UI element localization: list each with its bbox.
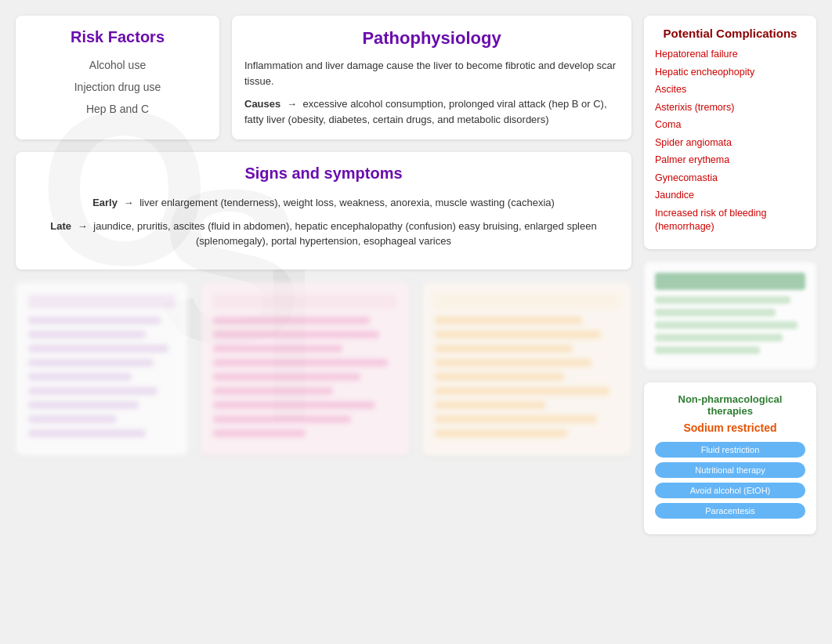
top-row: Risk Factors Alcohol use Injection drug … — [16, 16, 631, 139]
late-arrow: → — [78, 219, 88, 234]
right-panel: Potential Complications Hepatorenal fail… — [644, 16, 816, 534]
patho-causes: Causes → excessive alcohol consumption, … — [244, 96, 619, 127]
pharma-card-blurred — [201, 282, 410, 456]
late-label: Late — [50, 220, 71, 232]
early-label: Early — [92, 197, 118, 208]
nursing-card-blurred — [16, 282, 188, 456]
complication-palmer: Palmer erythema — [655, 154, 805, 168]
signs-symptoms-card: Signs and symptoms Early → liver enlarge… — [16, 152, 631, 270]
therapy-nutritional[interactable]: Nutritional therapy — [655, 462, 805, 478]
non-pharma-title: Non-pharmacological therapies — [655, 393, 805, 417]
risk-factor-injection: Injection drug use — [28, 81, 207, 93]
complication-spider: Spider angiomata — [655, 136, 805, 150]
therapy-fluid[interactable]: Fluid restriction — [655, 442, 805, 458]
complication-coma: Coma — [655, 118, 805, 132]
late-text: jaundice, pruritis, ascites (fluid in ab… — [93, 220, 596, 248]
complication-ascites: Ascites — [655, 83, 805, 97]
patho-description: Inflammation and liver damage cause the … — [244, 58, 619, 89]
pathophysiology-card: Pathophysiology Inflammation and liver d… — [232, 16, 631, 139]
complication-bleeding: Increased risk of bleeding (hemorrhage) — [655, 207, 805, 234]
therapy-alcohol[interactable]: Avoid alcohol (EtOH) — [655, 483, 805, 498]
early-text: liver enlargement (tenderness), weight l… — [139, 197, 555, 208]
bottom-row — [16, 282, 631, 456]
causes-arrow: → — [287, 96, 297, 112]
complication-hepatorenal: Hepatorenal failure — [655, 48, 805, 62]
complication-gyneco: Gynecomastia — [655, 172, 805, 186]
signs-late-row: Late → jaundice, pruritis, ascites (flui… — [28, 219, 619, 249]
patho-title: Pathophysiology — [244, 28, 619, 49]
left-panel: Risk Factors Alcohol use Injection drug … — [16, 16, 631, 534]
risk-factor-alcohol: Alcohol use — [28, 59, 207, 71]
causes-label: Causes — [244, 98, 280, 110]
complications-title: Potential Complications — [655, 27, 805, 40]
diagnostic-card-blurred — [422, 282, 631, 456]
pharmacological-card-blurred — [644, 262, 816, 370]
causes-text: excessive alcohol consumption, prolonged… — [244, 98, 607, 125]
pharma-title-bar — [655, 273, 805, 290]
potential-complications-card: Potential Complications Hepatorenal fail… — [644, 16, 816, 249]
sodium-restricted: Sodium restricted — [655, 421, 805, 434]
signs-early-row: Early → liver enlargement (tenderness), … — [28, 195, 619, 211]
risk-factors-title: Risk Factors — [28, 28, 207, 46]
risk-factor-hep: Hep B and C — [28, 103, 207, 115]
early-arrow: → — [124, 195, 134, 211]
complication-hepatic-enc: Hepatic encheophopity — [655, 66, 805, 80]
therapy-para[interactable]: Paracentesis — [655, 503, 805, 519]
complication-jaundice: Jaundice — [655, 189, 805, 203]
signs-title: Signs and symptoms — [28, 165, 619, 183]
risk-factors-card: Risk Factors Alcohol use Injection drug … — [16, 16, 219, 139]
non-pharma-card: Non-pharmacological therapies Sodium res… — [644, 382, 816, 534]
complication-asterixis: Asterixis (tremors) — [655, 101, 805, 115]
